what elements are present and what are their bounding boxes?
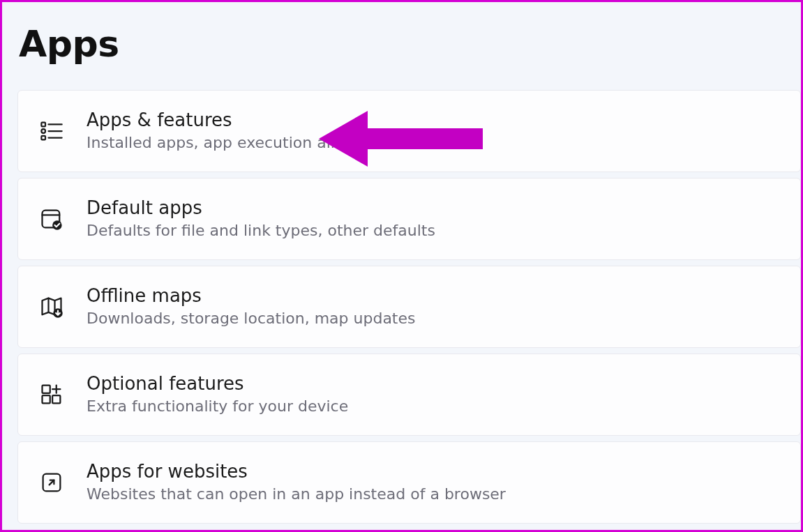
optional-features-icon [38,381,66,409]
item-title: Offline maps [87,284,783,307]
svg-rect-2 [41,136,45,140]
svg-rect-13 [52,395,60,403]
item-subtitle: Installed apps, app execution aliases [87,133,783,153]
settings-item-offline-maps[interactable]: Offline maps Downloads, storage location… [17,266,801,348]
settings-item-optional-features[interactable]: Optional features Extra functionality fo… [17,354,801,436]
item-subtitle: Extra functionality for your device [87,397,783,417]
settings-item-apps-for-websites[interactable]: Apps for websites Websites that can open… [17,441,801,524]
item-title: Apps & features [87,109,783,132]
default-apps-icon [38,205,66,233]
page-title: Apps [19,23,801,65]
svg-rect-14 [43,386,50,393]
settings-list: Apps & features Installed apps, app exec… [17,90,801,524]
item-subtitle: Defaults for file and link types, other … [87,221,783,241]
item-subtitle: Downloads, storage location, map updates [87,309,783,329]
settings-item-default-apps[interactable]: Default apps Defaults for file and link … [17,178,801,260]
svg-rect-12 [43,395,50,403]
apps-for-websites-icon [38,469,66,496]
item-title: Optional features [87,372,783,395]
offline-maps-icon [38,293,66,321]
settings-item-apps-features[interactable]: Apps & features Installed apps, app exec… [17,90,801,172]
svg-rect-0 [41,123,45,127]
item-title: Default apps [87,197,783,220]
item-title: Apps for websites [87,460,783,483]
item-subtitle: Websites that can open in an app instead… [87,485,783,505]
svg-point-1 [41,129,45,133]
apps-features-icon [38,117,66,145]
